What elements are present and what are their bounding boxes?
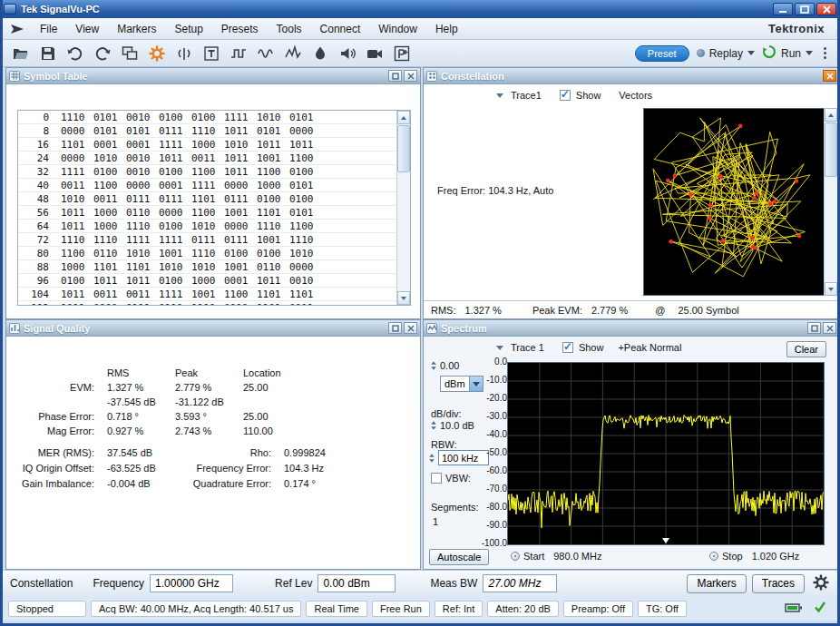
ref-level-control[interactable]: 0.00: [431, 360, 459, 371]
constellation-display[interactable]: [643, 108, 825, 296]
scroll-down-icon[interactable]: [397, 291, 410, 305]
close-button[interactable]: [816, 3, 836, 15]
symbol-table-header[interactable]: Symbol Table: [6, 68, 420, 84]
vbw-checkbox[interactable]: [431, 473, 442, 484]
capture-camera-icon[interactable]: [364, 43, 386, 64]
symbol-table-row[interactable]: 4810100011011101111101011101000100: [18, 192, 396, 206]
symbol-table-row[interactable]: 800000101010101111110101101010000: [18, 124, 396, 138]
symbol-table-row[interactable]: 6410111000111001001010000011101100: [18, 220, 396, 233]
displays-icon[interactable]: [119, 43, 141, 64]
scrollbar-thumb[interactable]: [397, 125, 410, 172]
scroll-down-icon[interactable]: [825, 282, 837, 296]
replay-dropdown[interactable]: Replay: [697, 47, 755, 60]
symbol-table-row[interactable]: 3211110100001001001100101111000100: [18, 165, 396, 179]
minimize-button[interactable]: [773, 3, 793, 15]
preset-button[interactable]: Preset: [635, 45, 689, 62]
frequency-input[interactable]: [150, 574, 233, 592]
autoscale-button[interactable]: Autoscale: [429, 549, 489, 565]
scroll-up-icon[interactable]: [397, 111, 410, 124]
analysis-wave-icon[interactable]: [282, 43, 304, 64]
symbol-table-row[interactable]: 4000111100000000011111000010000101: [18, 179, 396, 192]
signal-quality-header[interactable]: Signal Quality: [6, 320, 420, 337]
status-ok-icon: [814, 601, 826, 617]
knob-icon[interactable]: [511, 552, 520, 561]
symbol-table-row[interactable]: 7211101110111111110111011110011110: [18, 233, 396, 247]
knob-icon[interactable]: [709, 552, 718, 561]
trace-selector[interactable]: Trace 1: [511, 342, 544, 353]
more-menu-icon[interactable]: [820, 47, 830, 59]
spinner-icon[interactable]: [431, 361, 436, 370]
trace-selector[interactable]: Trace1: [511, 90, 542, 101]
start-frequency-control[interactable]: Start 980.0 MHz: [511, 551, 601, 562]
preset-plus-icon[interactable]: [391, 43, 413, 64]
sine-wave-icon[interactable]: [255, 43, 277, 64]
amplitude-antenna-icon[interactable]: [173, 43, 195, 64]
spectrum-header[interactable]: Spectrum: [424, 320, 839, 337]
symbol-table-row[interactable]: 10410110011001111111001110011011101: [18, 288, 396, 301]
pulse-wave-icon[interactable]: [228, 43, 249, 64]
symbol-table-row[interactable]: 11210110000011101101110001011010011: [18, 301, 396, 305]
menu-help[interactable]: Help: [427, 20, 466, 38]
panel-restore-button[interactable]: [388, 70, 402, 82]
symbol-table-row[interactable]: 8011000110101010011110010001001010: [18, 247, 396, 260]
settings-gear-icon[interactable]: [812, 573, 830, 594]
symbol-table-row[interactable]: 5610111000011000001100100111010101: [18, 206, 396, 220]
chevron-down-icon[interactable]: [496, 93, 503, 98]
rms-value: 1.327 %: [465, 305, 502, 316]
menu-window[interactable]: Window: [370, 20, 425, 38]
panel-restore-button[interactable]: [388, 322, 402, 334]
maximize-button[interactable]: [795, 3, 815, 15]
symbol-table-row[interactable]: 1611010001000111111000101010111011: [18, 138, 396, 152]
scrollbar-thumb[interactable]: [825, 122, 837, 177]
panel-close-button[interactable]: [404, 70, 417, 82]
panel-restore-button[interactable]: [807, 322, 821, 334]
menu-connect[interactable]: Connect: [312, 20, 369, 38]
symbol-table-row[interactable]: 9601001011101101001000000110110010: [18, 274, 396, 288]
redo-icon[interactable]: [92, 43, 113, 64]
save-icon[interactable]: [37, 43, 59, 64]
y-tick-label: 0.0: [465, 357, 507, 367]
chevron-down-icon[interactable]: [496, 346, 503, 350]
settings-gear-icon[interactable]: [146, 43, 168, 64]
symbol-table-row[interactable]: 2400001010001010110011101110011100: [18, 152, 396, 165]
spectrum-plot[interactable]: [507, 362, 825, 545]
undo-icon[interactable]: [64, 43, 86, 64]
constellation-scrollbar[interactable]: [824, 108, 837, 296]
audio-speaker-icon[interactable]: [337, 43, 358, 64]
stop-frequency-control[interactable]: Stop 1.020 GHz: [709, 551, 799, 562]
constellation-header[interactable]: Constellation: [424, 68, 839, 84]
panel-close-button[interactable]: [404, 322, 417, 334]
traces-button[interactable]: Traces: [752, 574, 805, 593]
open-icon[interactable]: [10, 43, 32, 64]
ref-lev-input[interactable]: [317, 574, 396, 592]
symbol-table-row[interactable]: 011100101001001000100111110100101: [18, 111, 396, 124]
clear-button[interactable]: Clear: [786, 341, 826, 357]
run-dropdown[interactable]: Run: [762, 44, 813, 62]
scroll-up-icon[interactable]: [825, 108, 837, 122]
trigger-t-icon[interactable]: [200, 43, 222, 64]
menu-tools[interactable]: Tools: [269, 20, 310, 38]
panel-icon: [426, 71, 437, 82]
app-window: Tek SignalVu-PC File View Markers Setup …: [0, 0, 840, 626]
symbol-table[interactable]: 0111001010010010001001111101001018000001…: [17, 110, 411, 306]
spinner-icon[interactable]: [429, 454, 435, 463]
detector-label[interactable]: +Peak Normal: [618, 342, 681, 353]
panel-close-button[interactable]: [823, 322, 836, 334]
panel-close-button[interactable]: [823, 70, 836, 82]
show-checkbox[interactable]: [562, 342, 573, 353]
spinner-icon[interactable]: [431, 421, 436, 430]
markers-button[interactable]: Markers: [687, 574, 746, 593]
vectors-label[interactable]: Vectors: [619, 90, 652, 101]
symbol-table-scrollbar[interactable]: [396, 111, 410, 305]
symbol-table-row[interactable]: 8810001101110110101010100101100000: [18, 260, 396, 274]
title-bar[interactable]: Tek SignalVu-PC: [0, 0, 840, 18]
menu-markers[interactable]: Markers: [109, 20, 164, 38]
menu-view[interactable]: View: [67, 20, 107, 38]
menu-setup[interactable]: Setup: [166, 20, 210, 38]
menu-presets[interactable]: Presets: [213, 20, 267, 38]
iq-droplet-icon[interactable]: [309, 43, 331, 64]
meas-bw-input[interactable]: [483, 574, 557, 592]
show-checkbox[interactable]: [560, 90, 571, 101]
app-menu-icon[interactable]: [10, 24, 24, 34]
menu-file[interactable]: File: [32, 20, 65, 38]
